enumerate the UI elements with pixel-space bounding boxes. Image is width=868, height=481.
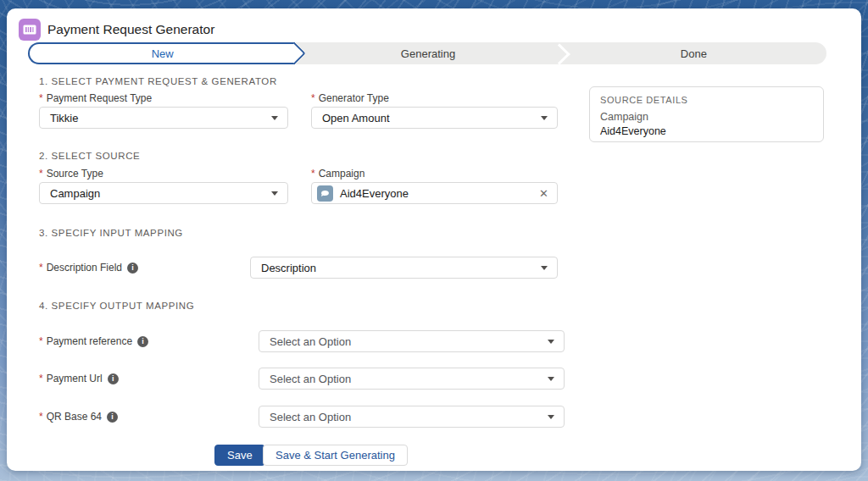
qr-base-64-label: * QR Base 64: [39, 411, 118, 423]
description-field-select[interactable]: Description: [250, 257, 558, 279]
required-asterisk: *: [39, 373, 43, 384]
chevron-down-icon: [541, 116, 548, 120]
section-heading-select-payment-request: 1. SELECT PAYMENT REQUEST & GENERATOR: [39, 76, 277, 86]
label-text: QR Base 64: [47, 411, 102, 423]
source-type-label: * Source Type: [39, 168, 103, 180]
info-icon[interactable]: [108, 373, 119, 384]
payment-reference-label: * Payment reference: [39, 335, 148, 347]
chevron-down-icon: [548, 340, 554, 344]
path-stage-done-label: Done: [681, 47, 707, 60]
save-button[interactable]: Save: [214, 445, 265, 466]
chevron-down-icon: [271, 191, 278, 196]
path-stage-done[interactable]: Done: [561, 42, 826, 64]
campaign-value: Aid4Everyone: [340, 187, 409, 200]
label-text: Generator Type: [319, 92, 389, 104]
label-text: Payment Url: [47, 373, 103, 384]
payment-url-label: * Payment Url: [39, 373, 119, 384]
description-field-value: Description: [261, 262, 316, 274]
required-asterisk: *: [39, 411, 43, 423]
path-stage-generating[interactable]: Generating: [295, 42, 560, 64]
source-details-type: Campaign: [600, 110, 813, 124]
generator-type-label: * Generator Type: [311, 92, 389, 104]
generator-type-value: Open Amount: [322, 112, 390, 124]
chevron-down-icon: [548, 415, 554, 419]
payment-request-generator-window: Payment Request Generator New Generating…: [7, 8, 861, 471]
payment-reference-select[interactable]: Select an Option: [259, 330, 565, 352]
chevron-down-icon: [271, 116, 278, 120]
payment-request-type-value: Tikkie: [50, 112, 78, 124]
info-icon[interactable]: [107, 412, 118, 423]
campaign-lookup-field[interactable]: Aid4Everyone: [311, 182, 558, 204]
save-and-start-generating-button[interactable]: Save & Start Generating: [263, 445, 408, 466]
description-field-label: * Description Field: [39, 262, 138, 274]
label-text: Campaign: [319, 168, 365, 180]
section-heading-output-mapping: 4. SPECIFY OUTPUT MAPPING: [39, 301, 194, 311]
qr-base-64-placeholder: Select an Option: [270, 411, 351, 423]
section-heading-select-source: 2. SELECT SOURCE: [39, 151, 140, 161]
qr-base-64-select[interactable]: Select an Option: [259, 406, 565, 428]
info-icon[interactable]: [127, 263, 138, 274]
label-text: Description Field: [47, 262, 122, 274]
path-stage-generating-label: Generating: [401, 47, 455, 60]
barcode-generator-icon: [19, 19, 41, 41]
campaign-record-icon: [317, 185, 333, 202]
page-title: Payment Request Generator: [47, 22, 214, 37]
info-icon[interactable]: [137, 336, 148, 347]
payment-request-type-select[interactable]: Tikkie: [39, 107, 288, 129]
required-asterisk: *: [39, 335, 43, 347]
section-heading-input-mapping: 3. SPECIFY INPUT MAPPING: [39, 228, 183, 238]
path-stage-new-label: New: [152, 47, 174, 60]
required-asterisk: *: [39, 168, 43, 180]
source-type-value: Campaign: [50, 187, 100, 200]
payment-request-type-label: * Payment Request Type: [39, 92, 152, 104]
source-details-name: Aid4Everyone: [600, 124, 813, 139]
source-type-select[interactable]: Campaign: [39, 182, 288, 204]
generator-type-select[interactable]: Open Amount: [311, 107, 558, 129]
required-asterisk: *: [39, 92, 43, 104]
required-asterisk: *: [311, 92, 315, 104]
source-details-heading: SOURCE DETAILS: [600, 95, 813, 105]
progress-path: New Generating Done: [28, 42, 826, 64]
label-text: Payment Request Type: [47, 92, 153, 104]
path-stage-new[interactable]: New: [28, 42, 295, 64]
payment-url-select[interactable]: Select an Option: [259, 368, 565, 390]
payment-url-placeholder: Select an Option: [270, 373, 351, 385]
chevron-down-icon: [548, 377, 554, 381]
required-asterisk: *: [311, 168, 315, 180]
clear-selection-icon[interactable]: [539, 188, 548, 199]
payment-reference-placeholder: Select an Option: [270, 335, 351, 348]
label-text: Payment reference: [47, 335, 132, 347]
required-asterisk: *: [39, 262, 43, 274]
chevron-down-icon: [541, 266, 548, 270]
campaign-label: * Campaign: [311, 168, 364, 180]
source-details-panel: SOURCE DETAILS Campaign Aid4Everyone: [589, 86, 824, 142]
label-text: Source Type: [47, 168, 103, 180]
